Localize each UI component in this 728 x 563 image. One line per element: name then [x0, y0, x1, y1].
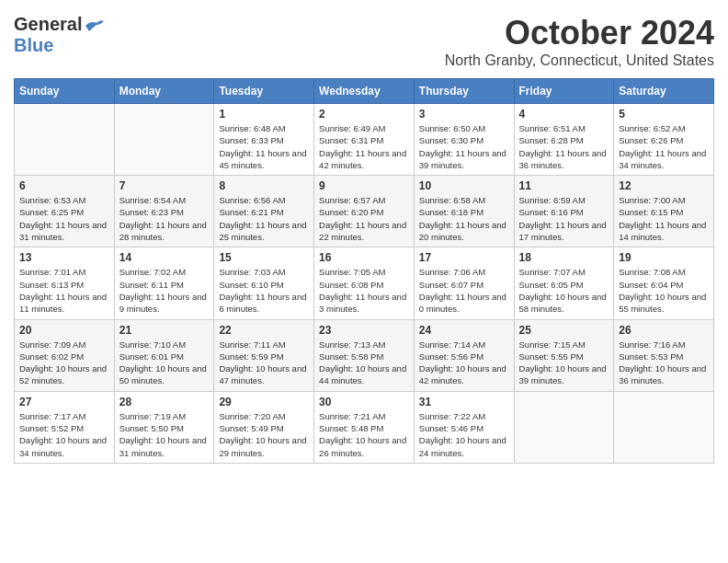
calendar-cell: 9Sunrise: 6:57 AM Sunset: 6:20 PM Daylig…	[314, 176, 415, 247]
calendar-table: Sunday Monday Tuesday Wednesday Thursday…	[14, 78, 714, 464]
day-number: 23	[319, 324, 409, 337]
day-number: 8	[219, 179, 309, 192]
day-info: Sunrise: 7:21 AM Sunset: 5:48 PM Dayligh…	[319, 410, 409, 459]
calendar-week-row: 1Sunrise: 6:48 AM Sunset: 6:33 PM Daylig…	[15, 104, 714, 176]
day-info: Sunrise: 7:13 AM Sunset: 5:58 PM Dayligh…	[319, 339, 409, 387]
day-info: Sunrise: 7:14 AM Sunset: 5:56 PM Dayligh…	[419, 339, 509, 387]
day-info: Sunrise: 6:50 AM Sunset: 6:30 PM Dayligh…	[419, 122, 509, 171]
calendar-cell: 11Sunrise: 6:59 AM Sunset: 6:16 PM Dayli…	[514, 176, 614, 247]
day-number: 15	[219, 251, 309, 264]
day-info: Sunrise: 7:10 AM Sunset: 6:01 PM Dayligh…	[119, 339, 210, 387]
day-info: Sunrise: 7:20 AM Sunset: 5:49 PM Dayligh…	[219, 410, 309, 459]
day-info: Sunrise: 6:58 AM Sunset: 6:18 PM Dayligh…	[419, 194, 509, 243]
day-number: 27	[19, 396, 109, 408]
day-number: 5	[619, 108, 709, 121]
calendar-week-row: 27Sunrise: 7:17 AM Sunset: 5:52 PM Dayli…	[15, 391, 714, 463]
day-info: Sunrise: 7:02 AM Sunset: 6:11 PM Dayligh…	[119, 266, 210, 315]
calendar-cell: 2Sunrise: 6:49 AM Sunset: 6:31 PM Daylig…	[314, 104, 415, 176]
day-info: Sunrise: 6:56 AM Sunset: 6:21 PM Dayligh…	[219, 194, 309, 243]
day-info: Sunrise: 6:59 AM Sunset: 6:16 PM Dayligh…	[519, 194, 609, 243]
day-number: 30	[319, 396, 409, 408]
day-info: Sunrise: 7:03 AM Sunset: 6:10 PM Dayligh…	[219, 266, 309, 315]
calendar-cell: 20Sunrise: 7:09 AM Sunset: 6:02 PM Dayli…	[15, 319, 115, 391]
day-info: Sunrise: 6:51 AM Sunset: 6:28 PM Dayligh…	[519, 122, 609, 171]
day-info: Sunrise: 7:07 AM Sunset: 6:05 PM Dayligh…	[519, 266, 609, 315]
day-number: 6	[19, 179, 109, 192]
day-number: 31	[419, 396, 509, 408]
calendar-cell: 23Sunrise: 7:13 AM Sunset: 5:58 PM Dayli…	[314, 319, 415, 391]
day-number: 21	[119, 324, 210, 337]
calendar-cell: 6Sunrise: 6:53 AM Sunset: 6:25 PM Daylig…	[15, 176, 115, 247]
day-number: 4	[519, 108, 609, 121]
day-info: Sunrise: 6:57 AM Sunset: 6:20 PM Dayligh…	[319, 194, 409, 243]
calendar-week-row: 6Sunrise: 6:53 AM Sunset: 6:25 PM Daylig…	[15, 176, 714, 247]
calendar-cell	[614, 391, 714, 463]
day-number: 25	[519, 324, 609, 337]
day-info: Sunrise: 6:52 AM Sunset: 6:26 PM Dayligh…	[619, 122, 709, 171]
calendar-cell: 18Sunrise: 7:07 AM Sunset: 6:05 PM Dayli…	[514, 247, 614, 319]
calendar-cell: 16Sunrise: 7:05 AM Sunset: 6:08 PM Dayli…	[314, 247, 415, 319]
bird-icon	[84, 18, 104, 33]
day-number: 11	[519, 179, 609, 192]
header-thursday: Thursday	[414, 79, 514, 104]
calendar-cell: 4Sunrise: 6:51 AM Sunset: 6:28 PM Daylig…	[514, 104, 614, 176]
day-number: 14	[119, 251, 210, 264]
calendar-cell: 8Sunrise: 6:56 AM Sunset: 6:21 PM Daylig…	[214, 176, 314, 247]
header-sunday: Sunday	[15, 79, 115, 104]
calendar-cell: 7Sunrise: 6:54 AM Sunset: 6:23 PM Daylig…	[114, 176, 214, 247]
page-header: General Blue October 2024 North Granby, …	[14, 14, 714, 69]
header-monday: Monday	[114, 79, 214, 104]
day-info: Sunrise: 7:19 AM Sunset: 5:50 PM Dayligh…	[119, 410, 210, 459]
header-wednesday: Wednesday	[314, 79, 415, 104]
day-number: 7	[119, 179, 210, 192]
day-info: Sunrise: 7:00 AM Sunset: 6:15 PM Dayligh…	[619, 194, 709, 243]
calendar-cell: 1Sunrise: 6:48 AM Sunset: 6:33 PM Daylig…	[214, 104, 314, 176]
day-info: Sunrise: 7:22 AM Sunset: 5:46 PM Dayligh…	[419, 410, 509, 459]
day-number: 22	[219, 324, 309, 337]
header-friday: Friday	[514, 79, 614, 104]
day-number: 12	[619, 179, 709, 192]
calendar-cell: 30Sunrise: 7:21 AM Sunset: 5:48 PM Dayli…	[314, 391, 415, 463]
calendar-cell: 15Sunrise: 7:03 AM Sunset: 6:10 PM Dayli…	[214, 247, 314, 319]
day-info: Sunrise: 7:06 AM Sunset: 6:07 PM Dayligh…	[419, 266, 509, 315]
day-number: 19	[619, 251, 709, 264]
day-info: Sunrise: 6:48 AM Sunset: 6:33 PM Dayligh…	[219, 122, 309, 171]
calendar-cell: 26Sunrise: 7:16 AM Sunset: 5:53 PM Dayli…	[614, 319, 714, 391]
day-number: 26	[619, 324, 709, 337]
calendar-cell: 21Sunrise: 7:10 AM Sunset: 6:01 PM Dayli…	[114, 319, 214, 391]
day-info: Sunrise: 7:05 AM Sunset: 6:08 PM Dayligh…	[319, 266, 409, 315]
day-info: Sunrise: 7:15 AM Sunset: 5:55 PM Dayligh…	[519, 339, 609, 387]
logo: General Blue	[14, 14, 104, 56]
calendar-cell: 12Sunrise: 7:00 AM Sunset: 6:15 PM Dayli…	[614, 176, 714, 247]
day-info: Sunrise: 6:53 AM Sunset: 6:25 PM Dayligh…	[19, 194, 109, 243]
day-info: Sunrise: 7:11 AM Sunset: 5:59 PM Dayligh…	[219, 339, 309, 387]
header-tuesday: Tuesday	[214, 79, 314, 104]
calendar-cell: 17Sunrise: 7:06 AM Sunset: 6:07 PM Dayli…	[414, 247, 514, 319]
calendar-cell: 10Sunrise: 6:58 AM Sunset: 6:18 PM Dayli…	[414, 176, 514, 247]
calendar-cell	[15, 104, 115, 176]
calendar-week-row: 20Sunrise: 7:09 AM Sunset: 6:02 PM Dayli…	[15, 319, 714, 391]
day-number: 9	[319, 179, 409, 192]
day-info: Sunrise: 7:17 AM Sunset: 5:52 PM Dayligh…	[19, 410, 109, 459]
calendar-cell: 29Sunrise: 7:20 AM Sunset: 5:49 PM Dayli…	[214, 391, 314, 463]
day-number: 24	[419, 324, 509, 337]
calendar-cell: 24Sunrise: 7:14 AM Sunset: 5:56 PM Dayli…	[414, 319, 514, 391]
day-number: 29	[219, 396, 309, 408]
day-number: 3	[419, 108, 509, 121]
month-year-title: October 2024	[445, 14, 714, 52]
logo-text: General	[14, 14, 104, 35]
day-number: 10	[419, 179, 509, 192]
day-info: Sunrise: 7:01 AM Sunset: 6:13 PM Dayligh…	[19, 266, 109, 315]
calendar-cell	[114, 104, 214, 176]
calendar-cell: 14Sunrise: 7:02 AM Sunset: 6:11 PM Dayli…	[114, 247, 214, 319]
calendar-header-row: Sunday Monday Tuesday Wednesday Thursday…	[15, 79, 714, 104]
calendar-cell: 28Sunrise: 7:19 AM Sunset: 5:50 PM Dayli…	[114, 391, 214, 463]
day-number: 20	[19, 324, 109, 337]
day-number: 1	[219, 108, 309, 121]
day-info: Sunrise: 7:08 AM Sunset: 6:04 PM Dayligh…	[619, 266, 709, 315]
day-number: 18	[519, 251, 609, 264]
calendar-cell: 19Sunrise: 7:08 AM Sunset: 6:04 PM Dayli…	[614, 247, 714, 319]
calendar-cell	[514, 391, 614, 463]
day-info: Sunrise: 6:49 AM Sunset: 6:31 PM Dayligh…	[319, 122, 409, 171]
day-info: Sunrise: 7:09 AM Sunset: 6:02 PM Dayligh…	[19, 339, 109, 387]
